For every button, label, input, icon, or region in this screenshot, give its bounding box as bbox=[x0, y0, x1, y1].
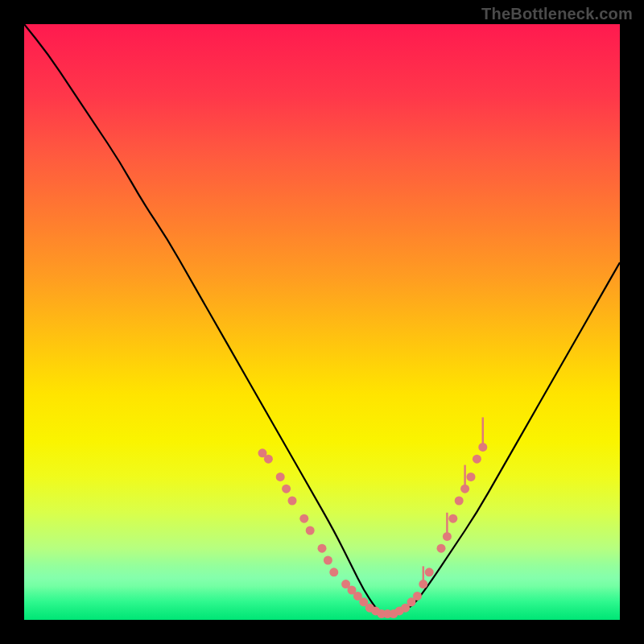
bottleneck-curve bbox=[24, 24, 620, 614]
plot-area bbox=[24, 24, 620, 620]
marker-dot bbox=[282, 485, 291, 493]
chart-frame: TheBottleneck.com bbox=[0, 0, 644, 644]
marker-dot bbox=[455, 497, 464, 506]
marker-dot bbox=[324, 556, 332, 565]
marker-dot bbox=[413, 592, 422, 601]
marker-dot bbox=[473, 455, 481, 464]
curve-layer bbox=[24, 24, 620, 620]
marker-dot bbox=[329, 568, 338, 576]
marker-dot bbox=[443, 532, 452, 541]
marker-dot bbox=[288, 497, 297, 506]
marker-spikes bbox=[423, 417, 483, 587]
marker-dot bbox=[419, 580, 427, 588]
marker-dot bbox=[437, 544, 446, 553]
marker-dot bbox=[478, 443, 487, 452]
marker-dot bbox=[460, 485, 469, 493]
marker-dot bbox=[467, 473, 476, 481]
watermark-label: TheBottleneck.com bbox=[481, 5, 633, 23]
marker-dots bbox=[258, 443, 488, 618]
marker-dot bbox=[299, 514, 308, 523]
marker-dot bbox=[276, 473, 285, 481]
marker-dot bbox=[318, 544, 327, 553]
marker-dot bbox=[448, 514, 457, 523]
marker-dot bbox=[306, 526, 315, 535]
marker-dot bbox=[264, 455, 273, 464]
marker-dot bbox=[425, 568, 434, 576]
